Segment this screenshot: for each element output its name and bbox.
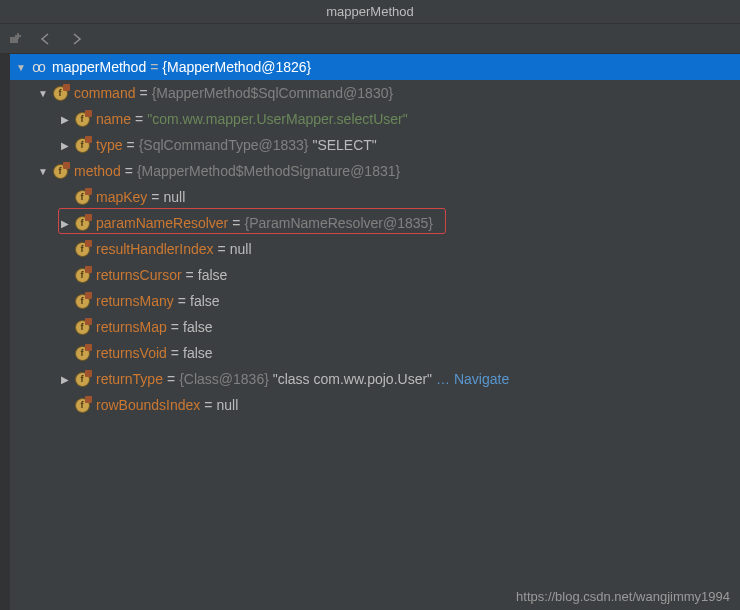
var-name: resultHandlerIndex <box>96 241 214 257</box>
var-name: rowBoundsIndex <box>96 397 200 413</box>
var-value: null <box>216 397 238 413</box>
tree-row-returnsmap[interactable]: f returnsMap = false <box>10 314 740 340</box>
var-type: {MapperMethod$MethodSignature@1831} <box>137 163 400 179</box>
field-icon: f <box>74 215 90 231</box>
tree-row-command[interactable]: f command = {MapperMethod$SqlCommand@183… <box>10 80 740 106</box>
var-name: name <box>96 111 131 127</box>
field-icon: f <box>74 189 90 205</box>
field-icon: f <box>74 137 90 153</box>
var-name: returnsMany <box>96 293 174 309</box>
var-name: returnsVoid <box>96 345 167 361</box>
expand-arrow-icon[interactable] <box>58 218 72 229</box>
var-value: false <box>183 345 213 361</box>
new-watch-icon[interactable] <box>8 31 24 47</box>
watermark: https://blog.csdn.net/wangjimmy1994 <box>516 589 730 604</box>
variable-tree[interactable]: oo mapperMethod = {MapperMethod@1826} f … <box>10 54 740 610</box>
expand-arrow-icon[interactable] <box>58 114 72 125</box>
tree-row-resulthandlerindex[interactable]: f resultHandlerIndex = null <box>10 236 740 262</box>
var-type: {MapperMethod@1826} <box>162 59 311 75</box>
field-icon: f <box>74 345 90 361</box>
var-value: false <box>198 267 228 283</box>
svg-rect-2 <box>15 35 21 37</box>
var-name: type <box>96 137 122 153</box>
expand-arrow-icon[interactable] <box>58 374 72 385</box>
var-value: "class com.ww.pojo.User" <box>273 371 432 387</box>
forward-arrow-icon[interactable] <box>68 31 84 47</box>
left-strip <box>0 54 10 610</box>
tree-row-returntype[interactable]: f returnType = {Class@1836} "class com.w… <box>10 366 740 392</box>
field-icon: f <box>74 111 90 127</box>
toolbar <box>0 24 740 54</box>
var-name: command <box>74 85 135 101</box>
tree-row-returnsvoid[interactable]: f returnsVoid = false <box>10 340 740 366</box>
tree-row-mapkey[interactable]: f mapKey = null <box>10 184 740 210</box>
var-type: {Class@1836} <box>179 371 269 387</box>
var-name: mapKey <box>96 189 147 205</box>
var-value: "SELECT" <box>312 137 376 153</box>
tree-row-returnscursor[interactable]: f returnsCursor = false <box>10 262 740 288</box>
tree-row-rowboundsindex[interactable]: f rowBoundsIndex = null <box>10 392 740 418</box>
tree-row-command-name[interactable]: f name = "com.ww.mapper.UserMapper.selec… <box>10 106 740 132</box>
expand-arrow-icon[interactable] <box>14 62 28 73</box>
var-type: {SqlCommandType@1833} <box>139 137 309 153</box>
field-icon: f <box>74 319 90 335</box>
expand-arrow-icon[interactable] <box>58 140 72 151</box>
field-icon: f <box>74 267 90 283</box>
var-type: {MapperMethod$SqlCommand@1830} <box>152 85 393 101</box>
tree-row-command-type[interactable]: f type = {SqlCommandType@1833} "SELECT" <box>10 132 740 158</box>
title-bar: mapperMethod <box>0 0 740 24</box>
field-icon: f <box>74 293 90 309</box>
var-name: method <box>74 163 121 179</box>
tree-row-root[interactable]: oo mapperMethod = {MapperMethod@1826} <box>10 54 740 80</box>
var-name: returnsMap <box>96 319 167 335</box>
watch-icon: oo <box>30 59 46 75</box>
var-value: false <box>183 319 213 335</box>
var-name: paramNameResolver <box>96 215 228 231</box>
back-arrow-icon[interactable] <box>38 31 54 47</box>
var-value: null <box>230 241 252 257</box>
var-value: false <box>190 293 220 309</box>
field-icon: f <box>74 371 90 387</box>
tree-row-paramnameresolver[interactable]: f paramNameResolver = {ParamNameResolver… <box>10 210 740 236</box>
var-value: null <box>164 189 186 205</box>
var-value: "com.ww.mapper.UserMapper.selectUser" <box>147 111 407 127</box>
var-name: returnsCursor <box>96 267 182 283</box>
var-type: {ParamNameResolver@1835} <box>244 215 433 231</box>
field-icon: f <box>52 163 68 179</box>
var-name: returnType <box>96 371 163 387</box>
window-title: mapperMethod <box>326 4 413 19</box>
expand-arrow-icon[interactable] <box>36 166 50 177</box>
tree-row-returnsmany[interactable]: f returnsMany = false <box>10 288 740 314</box>
tree-row-method[interactable]: f method = {MapperMethod$MethodSignature… <box>10 158 740 184</box>
field-icon: f <box>74 397 90 413</box>
var-name: mapperMethod <box>52 59 146 75</box>
field-icon: f <box>74 241 90 257</box>
field-icon: f <box>52 85 68 101</box>
navigate-link[interactable]: … Navigate <box>436 371 509 387</box>
svg-rect-0 <box>10 37 18 43</box>
expand-arrow-icon[interactable] <box>36 88 50 99</box>
